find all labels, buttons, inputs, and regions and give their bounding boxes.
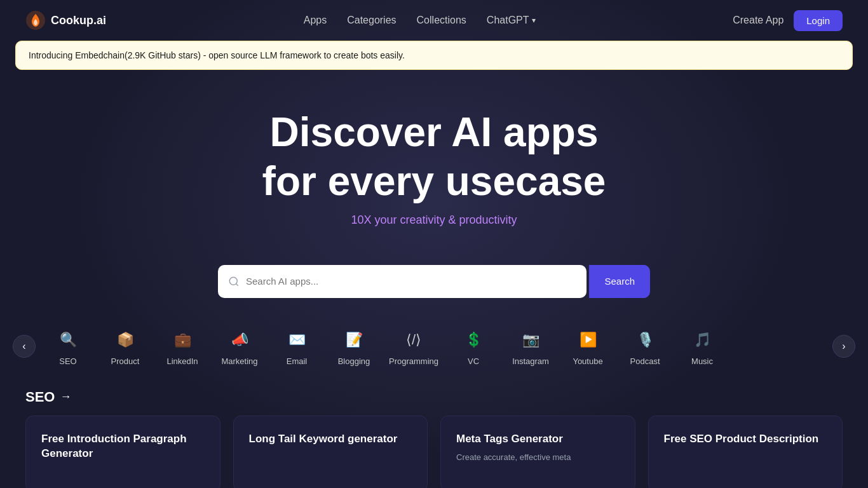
category-item-seo[interactable]: 🔍 SEO — [46, 327, 90, 366]
seo-section-arrow[interactable]: → — [60, 390, 71, 403]
cat-label-vc: VC — [468, 356, 479, 366]
card-title-0: Free Introduction Paragraph Generator — [41, 431, 205, 462]
cat-label-youtube: Youtube — [573, 356, 602, 366]
navbar: Cookup.ai Apps Categories Collections Ch… — [0, 0, 868, 41]
category-item-vc[interactable]: 💲 VC — [451, 327, 496, 366]
logo-icon — [25, 10, 46, 30]
cat-icon-seo: 🔍 — [55, 327, 81, 353]
hero-subtitle: 10X your creativity & productivity — [13, 214, 855, 227]
category-item-youtube[interactable]: ▶️ Youtube — [566, 327, 610, 366]
nav-chatgpt[interactable]: ChatGPT ▾ — [487, 15, 536, 26]
nav-collections[interactable]: Collections — [417, 15, 466, 26]
nav-links: Apps Categories Collections ChatGPT ▾ — [304, 15, 536, 26]
seo-section-header: SEO → — [0, 376, 868, 416]
card-desc-2: Create accurate, effective meta — [456, 451, 620, 464]
search-button[interactable]: Search — [589, 265, 650, 298]
seo-card-0[interactable]: Free Introduction Paragraph Generator — [25, 416, 220, 488]
svg-line-2 — [236, 283, 238, 285]
cat-label-product: Product — [111, 356, 140, 366]
category-item-music[interactable]: 🎵 Music — [680, 327, 724, 366]
seo-card-3[interactable]: Free SEO Product Description — [648, 416, 843, 488]
cat-label-programming: Programming — [389, 356, 438, 366]
category-item-marketing[interactable]: 📣 Marketing — [217, 327, 262, 366]
nav-categories[interactable]: Categories — [347, 15, 396, 26]
hero-line2: for every usecase — [262, 158, 606, 204]
seo-card-2[interactable]: Meta Tags Generator Create accurate, eff… — [440, 416, 635, 488]
card-title-2: Meta Tags Generator — [456, 431, 620, 447]
cat-label-blogging: Blogging — [338, 356, 370, 366]
hero-section: Discover AI apps for every usecase 10X y… — [0, 70, 868, 246]
search-input[interactable] — [246, 276, 576, 287]
hero-heading: Discover AI apps for every usecase — [13, 108, 855, 206]
cat-icon-podcast: 🎙️ — [632, 327, 658, 353]
category-item-blogging[interactable]: 📝 Blogging — [332, 327, 376, 366]
cat-icon-linkedin: 💼 — [170, 327, 195, 353]
search-box — [218, 265, 587, 298]
cat-icon-product: 📦 — [112, 327, 138, 353]
categories-list: 🔍 SEO 📦 Product 💼 LinkedIn 📣 Marketing ✉… — [36, 327, 832, 366]
chevron-down-icon: ▾ — [532, 16, 536, 25]
cat-icon-music: 🎵 — [689, 327, 715, 353]
categories-next-button[interactable]: › — [832, 335, 855, 358]
category-item-programming[interactable]: ⟨/⟩ Programming — [389, 327, 438, 366]
cat-icon-youtube: ▶️ — [575, 327, 600, 353]
search-icon — [228, 276, 240, 287]
seo-card-1[interactable]: Long Tail Keyword generator — [233, 416, 428, 488]
banner-text: Introducing Embedchain(2.9K GitHub stars… — [29, 50, 405, 60]
create-app-link[interactable]: Create App — [733, 15, 783, 26]
cat-icon-vc: 💲 — [461, 327, 486, 353]
category-item-product[interactable]: 📦 Product — [103, 327, 147, 366]
seo-section-title: SEO — [25, 389, 55, 405]
category-item-linkedin[interactable]: 💼 LinkedIn — [160, 327, 205, 366]
cat-icon-email: ✉️ — [284, 327, 309, 353]
cat-icon-programming: ⟨/⟩ — [401, 327, 426, 353]
nav-actions: Create App Login — [733, 10, 843, 31]
cat-icon-instagram: 📷 — [518, 327, 543, 353]
hero-line1: Discover AI apps — [270, 109, 599, 155]
category-item-instagram[interactable]: 📷 Instagram — [508, 327, 553, 366]
svg-point-1 — [229, 277, 237, 285]
cat-label-instagram: Instagram — [512, 356, 549, 366]
search-container: Search — [218, 265, 650, 298]
nav-apps[interactable]: Apps — [304, 15, 327, 26]
seo-cards-row: Free Introduction Paragraph Generator Lo… — [0, 416, 868, 488]
brand-logo[interactable]: Cookup.ai — [25, 10, 106, 30]
categories-prev-button[interactable]: ‹ — [13, 335, 36, 358]
login-button[interactable]: Login — [794, 10, 843, 31]
category-item-email[interactable]: ✉️ Email — [275, 327, 319, 366]
cat-label-music: Music — [691, 356, 713, 366]
cat-label-seo: SEO — [59, 356, 76, 366]
cat-label-podcast: Podcast — [630, 356, 660, 366]
card-title-3: Free SEO Product Description — [664, 431, 827, 447]
cat-icon-blogging: 📝 — [341, 327, 367, 353]
cat-label-email: Email — [287, 356, 308, 366]
cat-icon-marketing: 📣 — [227, 327, 252, 353]
card-title-1: Long Tail Keyword generator — [249, 431, 412, 447]
brand-name: Cookup.ai — [51, 14, 106, 27]
category-item-podcast[interactable]: 🎙️ Podcast — [623, 327, 667, 366]
announcement-banner[interactable]: Introducing Embedchain(2.9K GitHub stars… — [15, 41, 853, 70]
cat-label-marketing: Marketing — [221, 356, 257, 366]
cat-label-linkedin: LinkedIn — [166, 356, 198, 366]
categories-section: ‹ 🔍 SEO 📦 Product 💼 LinkedIn 📣 Marketing… — [0, 317, 868, 376]
